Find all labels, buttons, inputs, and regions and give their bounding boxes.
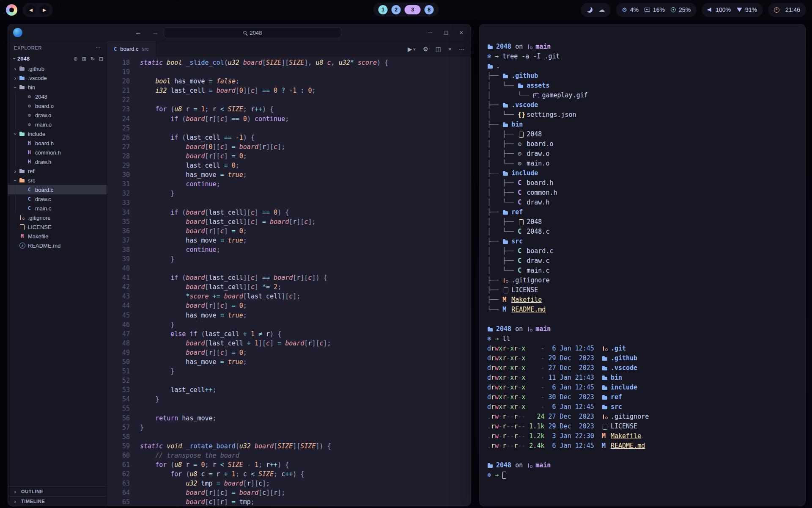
maximize-button[interactable]: □ xyxy=(444,29,447,36)
terminal-line: drwxr-xr-x - 29 Dec 2023 .github xyxy=(487,353,799,363)
close-button[interactable]: × xyxy=(460,29,463,36)
line-number: 55 xyxy=(107,404,130,413)
volume-stat[interactable]: 100% xyxy=(708,6,731,13)
explorer-item-Makefile[interactable]: MMakefile xyxy=(8,232,107,241)
wifi-stat[interactable]: 91% xyxy=(737,6,757,13)
explorer-item-draw.c[interactable]: Cdraw.c xyxy=(8,194,107,204)
line-number: 26 xyxy=(107,133,130,142)
workspace-1[interactable]: 1 xyxy=(379,5,388,14)
code-line xyxy=(140,264,471,273)
permissions: drwxr-xr-x xyxy=(487,383,525,392)
new-file-icon[interactable]: ⊕ xyxy=(74,56,78,62)
file-icon-slot: i xyxy=(18,243,26,248)
line-number: 59 xyxy=(107,442,130,451)
minimize-button[interactable]: ─ xyxy=(428,29,432,36)
explorer-item-src[interactable]: ›src xyxy=(8,176,107,185)
terminal-line: ├── .gitignore xyxy=(487,276,799,285)
settings-gear-icon[interactable]: ⚙ xyxy=(423,46,428,52)
tab-directory: src xyxy=(142,46,149,52)
explorer-item-board.c[interactable]: Cboard.c xyxy=(8,185,107,194)
explorer-item-label: board.h xyxy=(35,140,54,146)
folder-icon xyxy=(602,395,611,400)
branch-icon xyxy=(527,463,535,469)
explorer-more-icon[interactable]: ⋯ xyxy=(96,45,101,50)
memory-icon xyxy=(645,8,650,12)
code-line: static void _rotate_board(u32 board[SIZE… xyxy=(140,442,471,451)
terminal-line: ├── ref xyxy=(487,207,799,217)
explorer-item-board.h[interactable]: Hboard.h xyxy=(8,138,107,148)
forward-button[interactable]: → xyxy=(152,29,159,36)
branch-icon xyxy=(527,326,533,332)
code-line xyxy=(140,404,471,413)
tab-board-c[interactable]: C board.c src xyxy=(107,41,156,57)
folder-icon xyxy=(502,239,509,245)
launcher-icon[interactable] xyxy=(6,4,17,16)
explorer-item-.gitignore[interactable]: .gitignore xyxy=(8,213,107,222)
code-line: last_cell = 0; xyxy=(140,161,471,170)
line-number: 30 xyxy=(107,170,130,179)
media-prev-button[interactable]: ◀ xyxy=(26,5,36,15)
folder-icon xyxy=(19,131,26,137)
media-next-button[interactable]: ▶ xyxy=(39,5,49,15)
explorer-item-README.md[interactable]: iREADME.md xyxy=(8,241,107,250)
folder-icon xyxy=(19,177,26,183)
new-folder-icon[interactable]: ⊞ xyxy=(82,56,86,62)
weather-widget[interactable]: ☁ xyxy=(581,3,611,17)
workspace-3[interactable]: 3 xyxy=(405,5,421,14)
close-editor-icon[interactable]: × xyxy=(448,46,452,52)
explorer-item-2048[interactable]: ⚙2048 xyxy=(8,92,107,101)
explorer-item-.vscode[interactable]: ›.vscode xyxy=(8,73,107,83)
explorer-item-include[interactable]: ›include xyxy=(8,129,107,138)
run-button[interactable]: ▶∨ xyxy=(408,46,416,52)
folder-icon xyxy=(602,385,611,391)
outline-section[interactable]: › OUTLINE xyxy=(8,486,107,496)
terminal-line: drwxr-xr-x - 30 Dec 2023 ref xyxy=(487,392,799,402)
terminal-line: │ ├── 2048 xyxy=(487,130,799,139)
workspace-8[interactable]: 8 xyxy=(425,5,434,14)
line-number: 42 xyxy=(107,282,130,292)
code-editor[interactable]: 1819202122232425262728293031323334353637… xyxy=(107,57,471,506)
timeline-section[interactable]: › TIMELINE xyxy=(8,496,107,506)
more-actions-icon[interactable]: ⋯ xyxy=(459,46,465,52)
explorer-item-draw.o[interactable]: ⚙draw.o xyxy=(8,110,107,120)
explorer-item-common.h[interactable]: Hcommon.h xyxy=(8,148,107,157)
code-line: *score += board[last_cell][c]; xyxy=(140,292,471,301)
explorer-item-draw.h[interactable]: Hdraw.h xyxy=(8,157,107,166)
code-content: static bool _slide_col(u32 board[SIZE][S… xyxy=(140,58,471,506)
explorer-item-bin[interactable]: ›bin xyxy=(8,83,107,92)
gear-icon: ⚙ xyxy=(26,121,33,127)
refresh-icon[interactable]: ↻ xyxy=(91,56,95,62)
h-letter-icon: H xyxy=(26,140,33,146)
command-center-search[interactable]: 2048 xyxy=(164,27,341,38)
code-line xyxy=(140,198,471,207)
code-line: i32 last_cell = board[0][c] == 0 ? -1 : … xyxy=(140,86,471,95)
explorer-item-label: draw.c xyxy=(35,196,51,202)
clock-widget[interactable]: 21:46 xyxy=(768,3,806,17)
explorer-root-folder[interactable]: › 2048 ⊕ ⊞ ↻ ⊟ xyxy=(8,53,107,64)
chevron-right-icon: › xyxy=(12,75,18,81)
explorer-item-main.c[interactable]: Cmain.c xyxy=(8,204,107,213)
back-button[interactable]: ← xyxy=(135,29,142,36)
speaker-icon xyxy=(708,7,713,12)
explorer-item-.github[interactable]: ›.github xyxy=(8,64,107,73)
gear-icon: ⚙ xyxy=(26,112,33,118)
code-line: board[0][c] = board[r][c]; xyxy=(140,142,471,152)
split-editor-icon[interactable]: ◫ xyxy=(436,46,441,52)
collapse-all-icon[interactable]: ⊟ xyxy=(99,56,103,62)
terminal-line: ├── bin xyxy=(487,120,799,130)
explorer-item-board.o[interactable]: ⚙board.o xyxy=(8,101,107,110)
terminal-line: drwxr-xr-x - 27 Dec 2023 .vscode xyxy=(487,363,799,373)
explorer-item-ref[interactable]: ›ref xyxy=(8,166,107,176)
filey-icon xyxy=(518,132,527,138)
folder-icon xyxy=(602,356,611,362)
history-nav: ← → xyxy=(135,29,159,36)
workspace-2[interactable]: 2 xyxy=(392,5,401,14)
explorer-item-label: .vscode xyxy=(28,75,47,81)
explorer-item-label: board.o xyxy=(35,103,54,109)
code-line: last_cell++; xyxy=(140,385,471,395)
explorer-item-main.o[interactable]: ⚙main.o xyxy=(8,120,107,129)
explorer-title: EXPLORER xyxy=(14,45,42,50)
explorer-item-LICENSE[interactable]: LICENSE xyxy=(8,222,107,232)
terminal-window[interactable]: 2048 on main❄ → tree -a -I .git.├── .git… xyxy=(479,24,806,506)
terminal-line: ❄ → tree -a -I .git xyxy=(487,52,799,61)
